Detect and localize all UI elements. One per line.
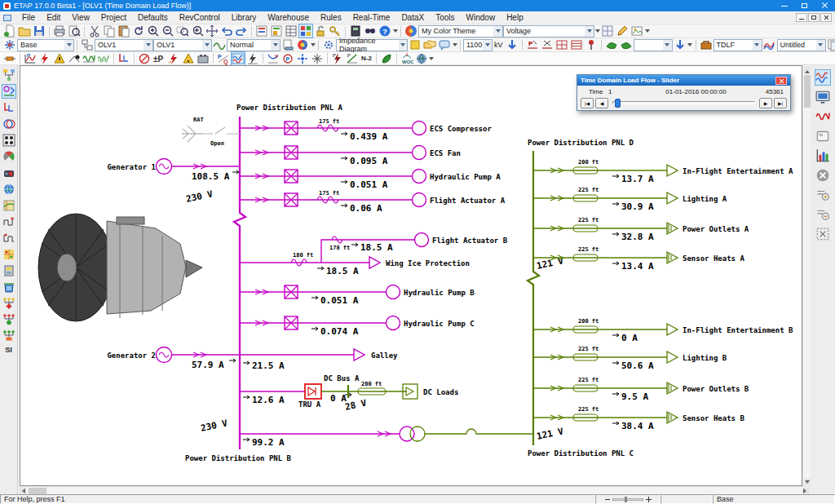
pq-capability-icon[interactable]: P bbox=[281, 52, 294, 65]
unbalanced-pq-icon[interactable]: PQ bbox=[217, 52, 230, 65]
time-slider-thumb[interactable] bbox=[615, 99, 621, 108]
grid-red1-icon[interactable] bbox=[555, 38, 568, 51]
find-icon[interactable] bbox=[364, 24, 377, 38]
key-icon[interactable] bbox=[329, 24, 342, 38]
revision-combo[interactable]: Base bbox=[17, 39, 74, 51]
folders-icon[interactable] bbox=[423, 38, 436, 51]
sticky-note-icon[interactable] bbox=[409, 38, 422, 51]
display-mode-combo[interactable]: Voltage bbox=[503, 25, 594, 38]
menu-view[interactable]: View bbox=[66, 13, 95, 22]
color-wheel-icon[interactable] bbox=[296, 38, 309, 51]
study-wizard-icon[interactable] bbox=[2, 117, 15, 130]
result-card-icon[interactable] bbox=[815, 129, 830, 144]
scroll-down-button[interactable] bbox=[804, 478, 811, 485]
scroll-right-button[interactable] bbox=[802, 488, 810, 494]
zoom-out-icon[interactable] bbox=[161, 24, 175, 38]
first-step-button[interactable]: |◀ bbox=[581, 98, 594, 108]
send-data-hand-icon[interactable] bbox=[620, 38, 633, 51]
redo-icon[interactable] bbox=[235, 24, 248, 38]
menu-edit[interactable]: Edit bbox=[41, 13, 66, 22]
load-flow-icon[interactable]: P bbox=[24, 52, 37, 65]
menu-rules[interactable]: Rules bbox=[315, 13, 347, 22]
presentation-icon[interactable] bbox=[81, 38, 94, 51]
datablock-icon[interactable] bbox=[285, 24, 298, 38]
zoom-window-icon[interactable] bbox=[176, 24, 189, 38]
tru-dc-branch[interactable]: 12.6 A TRU A 0 A DC Bus A 200 ft 28 V DC… bbox=[240, 374, 458, 413]
action-list1-icon[interactable] bbox=[815, 188, 830, 202]
motor-acceleration-icon[interactable] bbox=[68, 52, 81, 65]
time-domain-load-flow-icon[interactable] bbox=[232, 52, 245, 65]
print-preview-icon[interactable] bbox=[68, 24, 81, 38]
load-hydraulic-pump-c[interactable]: 0.074 A Hydraulic Pump C bbox=[240, 316, 475, 338]
edit-mode-icon[interactable] bbox=[2, 85, 15, 98]
mdi-close-button[interactable] bbox=[820, 13, 832, 22]
load-hydraulic-pump-b[interactable]: 0.051 A Hydraulic Pump B bbox=[240, 285, 475, 307]
study-more-arrow[interactable] bbox=[429, 53, 435, 64]
adjustments-sheets-icon[interactable] bbox=[827, 38, 835, 51]
load-inflight-entertainment-a[interactable]: 200 ft 13.7 A In-Flight Entertainment A bbox=[533, 159, 793, 184]
dumpster-icon[interactable] bbox=[2, 281, 15, 294]
tdlf-plots-icon[interactable] bbox=[815, 70, 830, 85]
menu-file[interactable]: File bbox=[16, 13, 41, 22]
load-lighting-b[interactable]: 225 ft 50.6 A Lighting B bbox=[533, 346, 727, 371]
network-analyzer2-icon[interactable] bbox=[2, 313, 15, 326]
zoom-slider[interactable] bbox=[612, 498, 643, 501]
study-case-arrow[interactable] bbox=[687, 40, 693, 51]
scroll-left-button[interactable] bbox=[19, 488, 26, 494]
disturbance-plot-icon[interactable] bbox=[815, 109, 830, 124]
print-icon[interactable] bbox=[53, 24, 66, 38]
configuration-combo[interactable]: OLV1 bbox=[153, 39, 212, 51]
load-galley[interactable]: 21.5 A Galley bbox=[240, 349, 398, 371]
load-power-outlets-b[interactable]: 225 ft 9.5 A Power Outlets B bbox=[533, 377, 749, 402]
zoom-in-icon[interactable] bbox=[147, 24, 160, 38]
scroll-up-button[interactable] bbox=[804, 66, 811, 73]
monitor-icon[interactable] bbox=[815, 90, 830, 104]
load-sensor-heats-b[interactable]: 225 ft 38.4 A Sensor Heats B bbox=[533, 406, 744, 431]
zoom-control[interactable] bbox=[595, 494, 660, 504]
generator-1[interactable]: Generator 1 108.5 A 230 V bbox=[107, 159, 240, 205]
arc-flash-icon[interactable] bbox=[167, 52, 180, 65]
presentation-camera-icon[interactable] bbox=[2, 166, 15, 179]
more-buttons-arrow[interactable] bbox=[392, 26, 398, 37]
zoom-previous-icon[interactable] bbox=[191, 24, 204, 38]
network-analyzer3-icon[interactable] bbox=[2, 329, 15, 343]
dialog-close-icon[interactable] bbox=[775, 77, 787, 85]
display-options-arrow[interactable] bbox=[594, 26, 600, 37]
theme-palette-icon[interactable] bbox=[404, 24, 418, 38]
minimize-button[interactable] bbox=[774, 0, 794, 11]
mdi-child-icon[interactable] bbox=[3, 15, 11, 21]
kv-apply-icon[interactable] bbox=[506, 38, 519, 51]
sync-q-icon[interactable] bbox=[541, 38, 554, 51]
coordination-icon[interactable] bbox=[296, 52, 309, 65]
study-apply-icon[interactable] bbox=[674, 38, 687, 51]
annotation-pencil-icon[interactable] bbox=[616, 24, 629, 38]
unbalanced-lf-icon[interactable] bbox=[53, 52, 66, 65]
report-manager-icon[interactable] bbox=[255, 24, 268, 38]
open-icon[interactable] bbox=[18, 24, 31, 38]
menu-datax[interactable]: DataX bbox=[395, 13, 430, 22]
menu-library[interactable]: Library bbox=[226, 13, 263, 22]
vertical-scrollbar[interactable] bbox=[802, 65, 811, 486]
calculator-icon[interactable] bbox=[349, 24, 362, 38]
tdlf-slider-dialog[interactable]: Time Domain Load Flow - Slider Time 1 01… bbox=[577, 74, 791, 111]
color-theme-combo[interactable]: My Color Theme bbox=[418, 25, 503, 38]
comment-icon[interactable] bbox=[438, 38, 451, 51]
more-display-arrow[interactable] bbox=[644, 26, 650, 37]
si-units-icon[interactable]: SI bbox=[2, 346, 15, 354]
load-hydraulic-pump-a[interactable]: 0.051 A Hydraulic Pump A bbox=[240, 170, 501, 191]
v-curve-icon[interactable]: V bbox=[267, 52, 280, 65]
optimal-power-flow-icon[interactable]: ±P bbox=[152, 52, 166, 65]
menu-project[interactable]: Project bbox=[95, 13, 132, 22]
rat-source[interactable]: RAT Open bbox=[182, 117, 240, 147]
time-slider[interactable] bbox=[612, 101, 755, 104]
pin-icon[interactable] bbox=[585, 38, 598, 51]
mdi-restore-button[interactable] bbox=[808, 13, 820, 22]
control-diagram2-icon[interactable] bbox=[2, 232, 15, 245]
dc-short-circuit-icon[interactable] bbox=[331, 52, 344, 65]
grid-red2-icon[interactable] bbox=[570, 38, 583, 51]
menu-tools[interactable]: Tools bbox=[430, 13, 460, 22]
vertical-scroll-thumb[interactable] bbox=[804, 75, 811, 108]
system-tree-icon[interactable] bbox=[2, 69, 15, 82]
cut-icon[interactable] bbox=[88, 24, 101, 38]
one-line-canvas[interactable]: Power Distribution PNL A Power Distribut… bbox=[20, 65, 802, 486]
